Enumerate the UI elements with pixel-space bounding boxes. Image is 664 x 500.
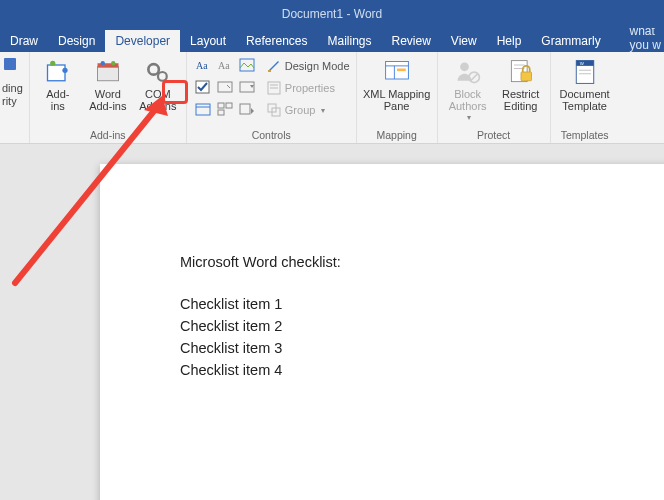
window-title: Document1 - Word [282,7,382,21]
svg-point-7 [100,61,104,65]
svg-rect-21 [218,110,224,115]
svg-point-9 [148,64,159,75]
svg-point-33 [460,62,469,71]
group-templates-label: Templates [557,127,613,141]
svg-line-35 [470,74,477,81]
tab-design[interactable]: Design [48,30,105,52]
legacy-tools-icon[interactable] [237,100,257,118]
controls-gallery: Aa Aa [193,56,257,120]
group-controls-label: Controls [193,127,350,141]
xml-mapping-button[interactable]: XML Mapping Pane [363,56,431,114]
combo-box-control-icon[interactable] [215,78,235,96]
svg-rect-41 [576,61,594,66]
tab-view[interactable]: View [441,30,487,52]
svg-point-3 [50,61,55,66]
group-cutoff-left: ding rity [0,52,30,143]
plain-text-control-icon[interactable]: Aa [215,56,235,74]
dropdown-control-icon[interactable] [237,78,257,96]
document-template-button[interactable]: W Document Template [557,56,613,114]
svg-rect-1 [4,58,16,70]
com-addins-button[interactable]: COM Add-ins [136,56,180,114]
svg-point-8 [111,61,115,65]
list-item: Checklist item 1 [180,296,664,312]
rich-text-control-icon[interactable]: Aa [193,56,213,74]
group-icon [267,103,281,117]
addins-icon [44,58,72,86]
group-controls: Aa Aa Design Mode Properties [187,52,357,143]
block-authors-icon [454,58,482,86]
chevron-down-icon: ▾ [321,106,325,115]
tab-review[interactable]: Review [382,30,441,52]
xml-mapping-icon [383,58,411,86]
group-protect-label: Protect [444,127,544,141]
design-mode-icon [267,59,281,73]
design-mode-button[interactable]: Design Mode [267,56,350,76]
properties-button[interactable]: Properties [267,78,350,98]
checkbox-control-icon[interactable] [193,78,213,96]
group-addins-label: Add-ins [36,127,180,141]
svg-rect-19 [218,103,224,108]
group-templates: W Document Template Templates [551,52,619,143]
addins-button[interactable]: Add- ins [36,56,80,114]
block-authors-button[interactable]: Block Authors▾ [444,56,492,125]
document-page[interactable]: Microsoft Word checklist: Checklist item… [100,164,664,500]
recording-stop-icon [2,56,20,82]
doc-heading: Microsoft Word checklist: [180,254,664,270]
svg-text:Aa: Aa [218,60,230,71]
properties-icon [267,81,281,95]
picture-control-icon[interactable] [237,56,257,74]
svg-rect-2 [47,65,65,81]
restrict-editing-icon [507,58,535,86]
tab-developer[interactable]: Developer [105,30,180,52]
group-button[interactable]: Group▾ [267,100,350,120]
date-picker-control-icon[interactable] [193,100,213,118]
tab-layout[interactable]: Layout [180,30,236,52]
svg-rect-39 [521,72,532,81]
svg-point-10 [158,72,167,81]
svg-rect-22 [240,104,250,114]
tab-grammarly[interactable]: Grammarly [531,30,610,52]
group-addins: Add- ins Word Add-ins COM Add-ins Add-in… [30,52,187,143]
document-workspace: Microsoft Word checklist: Checklist item… [0,144,664,500]
restrict-editing-button[interactable]: Restrict Editing [498,56,544,114]
list-item: Checklist item 3 [180,340,664,356]
svg-rect-6 [97,63,118,67]
tab-help[interactable]: Help [487,30,532,52]
svg-rect-32 [397,69,406,72]
title-bar: Document1 - Word [0,0,664,28]
svg-rect-23 [268,70,271,72]
ribbon-tabs: Draw Design Developer Layout References … [0,28,664,52]
document-template-icon: W [571,58,599,86]
svg-point-4 [62,68,67,73]
gears-icon [144,58,172,86]
doc-items: Checklist item 1 Checklist item 2 Checkl… [180,296,664,378]
repeating-section-control-icon[interactable] [215,100,235,118]
tab-draw[interactable]: Draw [0,30,48,52]
svg-text:Aa: Aa [196,60,208,71]
list-item: Checklist item 4 [180,362,664,378]
group-mapping-label: Mapping [363,127,431,141]
store-icon [94,58,122,86]
svg-rect-20 [226,103,232,108]
list-item: Checklist item 2 [180,318,664,334]
tab-references[interactable]: References [236,30,317,52]
ribbon: ding rity Add- ins Word Add-ins COM Add-… [0,52,664,144]
group-protect: Block Authors▾ Restrict Editing Protect [438,52,551,143]
tab-mailings[interactable]: Mailings [317,30,381,52]
chevron-down-icon: ▾ [467,114,471,123]
svg-rect-15 [218,82,232,92]
svg-rect-5 [97,67,118,81]
word-addins-button[interactable]: Word Add-ins [86,56,130,114]
svg-rect-17 [196,104,210,115]
group-mapping: XML Mapping Pane Mapping [357,52,438,143]
